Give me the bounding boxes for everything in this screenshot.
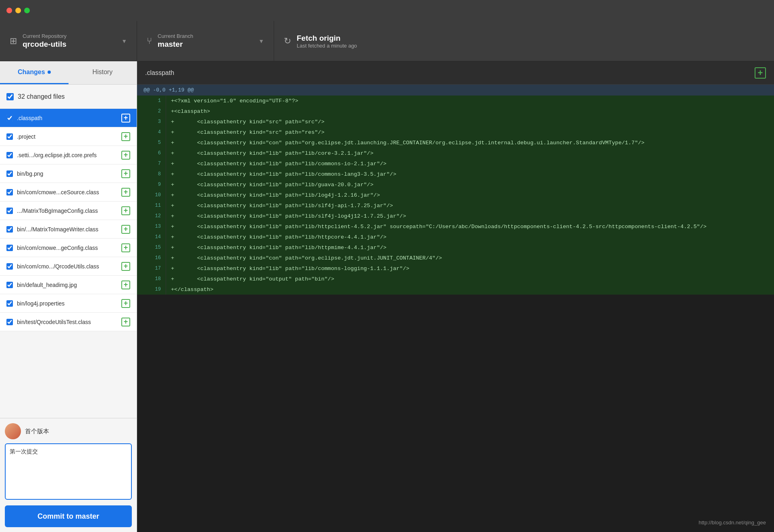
diff-line-number: 12: [137, 211, 166, 221]
diff-line-content: +</classpath>: [166, 284, 774, 295]
branch-section[interactable]: ⑂ Current Branch master ▼: [137, 21, 274, 61]
branch-text: Current Branch master: [158, 33, 253, 49]
diff-line-number: 14: [137, 232, 166, 242]
file-add-icon: +: [121, 281, 130, 289]
avatar: [5, 423, 21, 439]
diff-line-number: 2: [137, 106, 166, 116]
close-button[interactable]: [6, 8, 12, 13]
minimize-button[interactable]: [15, 8, 21, 13]
diff-line-number: 8: [137, 169, 166, 179]
file-checkbox[interactable]: [6, 115, 13, 121]
diff-view[interactable]: @@ -0,0 +1,19 @@ 1+<?xml version="1.0" e…: [137, 85, 774, 532]
diff-line-number: 4: [137, 127, 166, 137]
file-item[interactable]: bin/.../MatrixToImageWriter.class+: [0, 220, 137, 239]
diff-line-number: 9: [137, 179, 166, 190]
repo-section[interactable]: ⊞ Current Repository qrcode-utils ▼: [0, 21, 137, 61]
fetch-label: Fetch origin: [297, 34, 450, 43]
diff-line: 19+</classpath>: [137, 284, 774, 295]
diff-line: 12+ <classpathentry kind="lib" path="lib…: [137, 211, 774, 221]
tab-changes-label: Changes: [18, 69, 45, 76]
diff-line-content: + <classpathentry kind="lib" path="lib/c…: [166, 263, 774, 274]
diff-line: 5+ <classpathentry kind="con" path="org.…: [137, 137, 774, 148]
tab-changes[interactable]: Changes: [0, 61, 69, 84]
file-item[interactable]: .setti.../org.eclipse.jdt.core.prefs+: [0, 146, 137, 164]
diff-line: 14+ <classpathentry kind="lib" path="lib…: [137, 232, 774, 242]
file-checkbox[interactable]: [6, 263, 13, 270]
sidebar: Changes History 32 changed files .classp…: [0, 61, 137, 532]
file-checkbox[interactable]: [6, 152, 13, 158]
avatar-image: [5, 423, 21, 439]
file-item[interactable]: .../MatrixToBgImageConfig.class+: [0, 202, 137, 220]
repo-name: qrcode-utils: [23, 40, 116, 49]
diff-line-content: + <classpathentry kind="con" path="org.e…: [166, 137, 774, 148]
select-all-checkbox[interactable]: [6, 93, 14, 100]
file-item[interactable]: bin/com/cmo.../QrcodeUtils.class+: [0, 257, 137, 276]
file-checkbox[interactable]: [6, 208, 13, 214]
file-checkbox[interactable]: [6, 282, 13, 288]
diff-line-content: + <classpathentry kind="lib" path="lib/c…: [166, 158, 774, 169]
diff-line-content: + <classpathentry kind="output" path="bi…: [166, 274, 774, 284]
diff-line: 17+ <classpathentry kind="lib" path="lib…: [137, 263, 774, 274]
diff-line: 2+<classpath>: [137, 106, 774, 116]
file-add-icon: +: [121, 206, 130, 215]
file-add-icon: +: [121, 262, 130, 271]
diff-line-content: +<?xml version="1.0" encoding="UTF-8"?>: [166, 96, 774, 106]
commit-button[interactable]: Commit to master: [5, 505, 132, 527]
titlebar: [0, 0, 774, 21]
tab-history-label: History: [92, 69, 112, 76]
diff-filename: .classpath: [145, 69, 755, 77]
repo-icon: ⊞: [10, 36, 17, 46]
fetch-section[interactable]: ↻ Fetch origin Last fetched a minute ago: [274, 21, 460, 61]
diff-line: 3+ <classpathentry kind="src" path="src"…: [137, 116, 774, 127]
file-item[interactable]: bin/com/cmowe...ceSource.class+: [0, 183, 137, 202]
file-checkbox[interactable]: [6, 226, 13, 233]
diff-line-number: 5: [137, 137, 166, 148]
file-add-icon: +: [121, 169, 130, 178]
file-checkbox[interactable]: [6, 319, 13, 325]
diff-hunk-header: @@ -0,0 +1,19 @@: [137, 85, 774, 96]
file-item[interactable]: bin/log4j.properties+: [0, 294, 137, 313]
branch-icon: ⑂: [147, 36, 152, 46]
file-add-icon: +: [121, 132, 130, 141]
file-name: .../MatrixToBgImageConfig.class: [17, 208, 117, 214]
file-add-icon: +: [121, 299, 130, 308]
file-checkbox[interactable]: [6, 189, 13, 195]
file-item[interactable]: .classpath+: [0, 109, 137, 127]
diff-line-number: 16: [137, 253, 166, 263]
changed-files-header: 32 changed files: [0, 85, 137, 109]
diff-line-number: 1: [137, 96, 166, 106]
commit-message-input[interactable]: 第一次提交: [5, 443, 132, 500]
file-add-icon: +: [121, 114, 130, 123]
file-item[interactable]: .project+: [0, 127, 137, 146]
file-checkbox[interactable]: [6, 245, 13, 251]
file-add-icon: +: [121, 318, 130, 326]
traffic-lights: [6, 8, 30, 13]
file-checkbox[interactable]: [6, 170, 13, 177]
diff-line-number: 11: [137, 200, 166, 211]
fetch-sublabel: Last fetched a minute ago: [297, 43, 450, 49]
file-checkbox[interactable]: [6, 133, 13, 140]
file-name: bin/.../MatrixToImageWriter.class: [17, 226, 117, 233]
file-name: bin/com/cmowe...geConfig.class: [17, 245, 117, 251]
commit-author: 首个版本: [5, 423, 132, 439]
tab-history[interactable]: History: [69, 61, 137, 84]
diff-line: 10+ <classpathentry kind="lib" path="lib…: [137, 190, 774, 200]
diff-line: 7+ <classpathentry kind="lib" path="lib/…: [137, 158, 774, 169]
file-item[interactable]: bin/com/cmowe...geConfig.class+: [0, 239, 137, 257]
diff-line-number: 19: [137, 284, 166, 295]
add-file-button[interactable]: +: [755, 67, 766, 79]
file-checkbox[interactable]: [6, 300, 13, 307]
diff-line: 15+ <classpathentry kind="lib" path="lib…: [137, 242, 774, 253]
file-item[interactable]: bin/test/QrcodeUtilsTest.class+: [0, 313, 137, 331]
diff-line-number: 10: [137, 190, 166, 200]
file-item[interactable]: bin/default_headimg.jpg+: [0, 276, 137, 294]
file-item[interactable]: bin/bg.png+: [0, 164, 137, 183]
file-add-icon: +: [121, 188, 130, 197]
branch-chevron-icon: ▼: [258, 38, 264, 44]
toolbar: ⊞ Current Repository qrcode-utils ▼ ⑂ Cu…: [0, 21, 774, 61]
file-add-icon: +: [121, 243, 130, 252]
diff-content: .classpath + @@ -0,0 +1,19 @@ 1+<?xml ve…: [137, 61, 774, 532]
maximize-button[interactable]: [24, 8, 30, 13]
diff-line-number: 7: [137, 158, 166, 169]
file-name: bin/test/QrcodeUtilsTest.class: [17, 319, 117, 325]
